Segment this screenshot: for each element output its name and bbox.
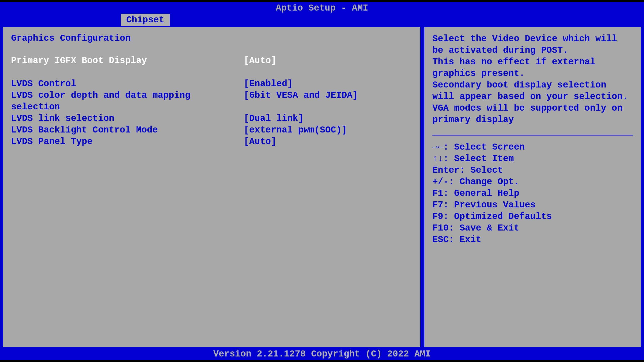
- setting-label-3[interactable]: LVDS link selection: [11, 113, 244, 124]
- key-hint-2: Enter: Select: [432, 165, 633, 176]
- key-hint-6: F9: Optimized Defaults: [432, 211, 633, 222]
- section-title: Graphics Configuration: [11, 33, 412, 43]
- key-hint-0: →←: Select Screen: [432, 142, 633, 153]
- key-hint-4: F1: General Help: [432, 188, 633, 199]
- setting-label-2[interactable]: LVDS color depth and data mapping select…: [11, 90, 244, 113]
- bios-title: Aptio Setup - AMI: [0, 2, 644, 14]
- setting-value-2[interactable]: [6bit VESA and JEIDA]: [244, 90, 412, 113]
- tab-row: Chipset: [0, 14, 644, 26]
- footer-copyright: Version 2.21.1278 Copyright (C) 2022 AMI: [0, 348, 644, 360]
- key-hint-8: ESC: Exit: [432, 234, 633, 246]
- key-hint-5: F7: Previous Values: [432, 199, 633, 211]
- help-text: Select the Video Device which will be ac…: [432, 33, 633, 126]
- setting-value-3[interactable]: [Dual link]: [244, 113, 412, 124]
- setting-value-1[interactable]: [Enabled]: [244, 78, 412, 90]
- setting-value-5[interactable]: [Auto]: [244, 136, 412, 148]
- key-hint-3: +/-: Change Opt.: [432, 176, 633, 188]
- tab-chipset[interactable]: Chipset: [121, 14, 170, 26]
- key-hint-1: ↑↓: Select Item: [432, 153, 633, 165]
- settings-panel: Graphics Configuration Primary IGFX Boot…: [2, 26, 421, 348]
- setting-label-1[interactable]: LVDS Control: [11, 78, 244, 90]
- help-divider: [432, 135, 633, 135]
- setting-value-4[interactable]: [external pwm(SOC)]: [244, 124, 412, 136]
- help-panel: Select the Video Device which will be ac…: [423, 26, 642, 348]
- key-hint-7: F10: Save & Exit: [432, 222, 633, 234]
- setting-label-0[interactable]: Primary IGFX Boot Display: [11, 55, 244, 67]
- setting-label-5[interactable]: LVDS Panel Type: [11, 136, 244, 148]
- key-legend: →←: Select Screen↑↓: Select ItemEnter: S…: [432, 142, 633, 246]
- setting-label-4[interactable]: LVDS Backlight Control Mode: [11, 124, 244, 136]
- setting-value-0[interactable]: [Auto]: [244, 55, 412, 67]
